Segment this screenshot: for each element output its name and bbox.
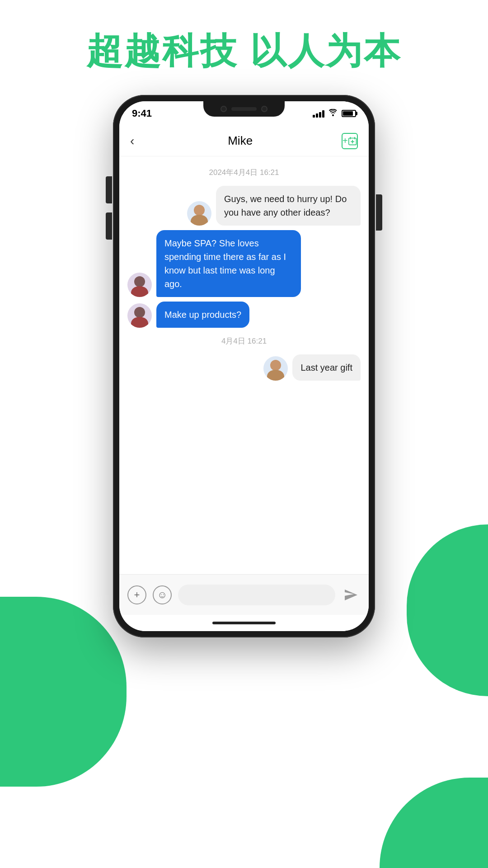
message-bubble-1: Guys, we need to hurry up! Do you have a… bbox=[216, 186, 361, 226]
emoji-button[interactable]: ☺ bbox=[153, 585, 172, 604]
message-row-1: Guys, we need to hurry up! Do you have a… bbox=[127, 186, 361, 226]
phone-mockup: 9:41 bbox=[113, 95, 375, 637]
chat-input-bar: + ☺ bbox=[119, 574, 369, 615]
avatar-dark-1 bbox=[127, 273, 152, 297]
page-title: 超越科技 以人为本 bbox=[0, 27, 488, 76]
calendar-add-icon bbox=[348, 136, 357, 146]
avatar-light-2 bbox=[263, 356, 288, 381]
message-row-2: Maybe SPA? She loves spending time there… bbox=[127, 230, 361, 297]
chat-header: ‹ Mike bbox=[119, 126, 369, 156]
front-camera bbox=[221, 106, 227, 112]
home-indicator bbox=[119, 615, 369, 631]
message-bubble-3: Make up products? bbox=[156, 302, 249, 328]
message-input[interactable] bbox=[178, 585, 335, 605]
phone-screen: 9:41 bbox=[119, 101, 369, 631]
message-bubble-4: Last year gift bbox=[292, 354, 361, 381]
calendar-add-button[interactable] bbox=[342, 133, 358, 149]
battery-icon bbox=[342, 110, 356, 117]
decorative-shape-right-top bbox=[407, 524, 488, 696]
sensor bbox=[261, 106, 267, 112]
phone-frame: 9:41 bbox=[113, 95, 375, 637]
volume-buttons bbox=[106, 176, 112, 240]
timestamp-1: 2024年4月4日 16:21 bbox=[127, 167, 361, 178]
add-attachment-button[interactable]: + bbox=[127, 585, 146, 604]
decorative-shape-left bbox=[0, 597, 127, 787]
wifi-icon bbox=[328, 109, 338, 118]
chat-contact-name: Mike bbox=[139, 134, 342, 148]
avatar-light-1 bbox=[187, 201, 211, 226]
message-bubble-2: Maybe SPA? She loves spending time there… bbox=[156, 230, 301, 297]
send-icon bbox=[344, 589, 358, 601]
message-row-3: Make up products? bbox=[127, 302, 361, 328]
notch bbox=[203, 101, 285, 117]
signal-icon bbox=[313, 109, 324, 118]
back-button[interactable]: ‹ bbox=[130, 134, 134, 148]
send-button[interactable] bbox=[342, 585, 361, 604]
status-icons bbox=[313, 109, 356, 118]
message-row-4: Last year gift bbox=[127, 354, 361, 381]
timestamp-2: 4月4日 16:21 bbox=[127, 336, 361, 346]
home-bar bbox=[212, 622, 276, 624]
status-time: 9:41 bbox=[132, 108, 152, 119]
power-button bbox=[376, 194, 382, 231]
speaker bbox=[231, 107, 257, 111]
volume-up-button bbox=[106, 176, 112, 203]
volume-down-button bbox=[106, 212, 112, 240]
status-bar: 9:41 bbox=[119, 101, 369, 126]
decorative-shape-right-bottom bbox=[380, 778, 488, 868]
avatar-dark-2 bbox=[127, 303, 152, 328]
chat-messages-area: 2024年4月4日 16:21 Guys, we need to hurry u… bbox=[119, 156, 369, 574]
